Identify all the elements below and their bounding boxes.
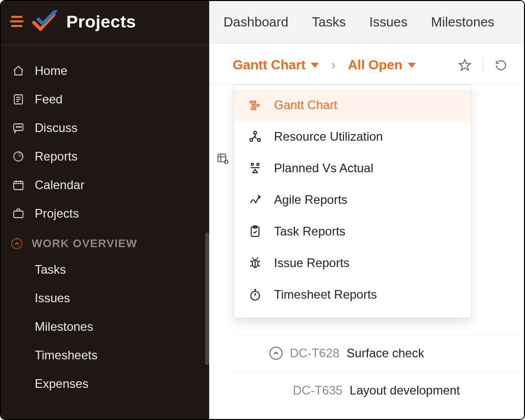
sidebar-item-calendar[interactable]: Calendar: [1, 171, 209, 199]
sidebar-item-home[interactable]: Home: [1, 57, 209, 85]
toolbar-divider: [483, 58, 483, 72]
sidebar-item-projects[interactable]: Projects: [1, 199, 209, 228]
app-title: Projects: [66, 12, 136, 32]
svg-rect-20: [253, 104, 259, 106]
menu-item-label: Gantt Chart: [274, 98, 337, 112]
task-row[interactable]: DC-T628 Surface check: [234, 334, 524, 372]
sidebar: Projects Home Feed Discuss Reports: [1, 1, 209, 419]
menu-item-label: Planned Vs Actual: [274, 161, 373, 175]
svg-rect-21: [251, 108, 256, 109]
reports-icon: [11, 149, 26, 164]
menu-item-label: Issue Reports: [274, 256, 349, 270]
svg-point-23: [250, 139, 253, 141]
task-code: DC-T628: [290, 346, 339, 360]
menu-item-agile-reports[interactable]: Agile Reports: [234, 184, 471, 216]
refresh-button[interactable]: [493, 58, 509, 73]
menu-item-gantt-chart[interactable]: Gantt Chart: [234, 89, 471, 121]
sidebar-item-discuss[interactable]: Discuss: [1, 114, 209, 142]
sidebar-item-label: Projects: [35, 206, 79, 221]
sidebar-item-label: Discuss: [35, 121, 78, 135]
briefcase-icon: [11, 206, 26, 221]
task-icon: [247, 224, 263, 239]
task-title: Layout development: [349, 383, 460, 398]
feed-icon: [11, 92, 26, 107]
sidebar-sub-timesheets[interactable]: Timesheets: [1, 341, 209, 370]
task-row[interactable]: DC-T635 Layout development: [234, 372, 524, 409]
sidebar-section-work-overview[interactable]: WORK OVERVIEW: [1, 228, 209, 255]
discuss-icon: [11, 121, 26, 135]
svg-point-25: [251, 163, 253, 165]
sidebar-item-reports[interactable]: Reports: [1, 142, 209, 171]
menu-item-label: Task Reports: [274, 224, 345, 239]
task-rows: DC-T628 Surface check DC-T635 Layout dev…: [234, 334, 524, 409]
svg-point-26: [257, 163, 259, 165]
menu-item-label: Agile Reports: [274, 193, 347, 207]
sidebar-header: Projects: [1, 1, 209, 45]
gantt-icon: [247, 97, 263, 113]
sidebar-scrollbar[interactable]: [205, 232, 209, 365]
menu-item-issue-reports[interactable]: Issue Reports: [234, 247, 471, 279]
menu-item-timesheet-reports[interactable]: Timesheet Reports: [234, 279, 471, 310]
sidebar-sub-tasks[interactable]: Tasks: [1, 255, 209, 284]
sidebar-sub-milestones[interactable]: Milestones: [1, 312, 209, 341]
view-dropdown-label: Gantt Chart: [233, 57, 306, 73]
sidebar-nav: Home Feed Discuss Reports Calendar: [1, 45, 209, 398]
view-dropdown[interactable]: Gantt Chart: [233, 57, 319, 73]
sidebar-item-label: Feed: [35, 92, 63, 107]
favorite-button[interactable]: [457, 58, 472, 73]
caret-down-icon: [311, 63, 319, 68]
tab-milestones[interactable]: Milestones: [431, 14, 494, 30]
task-code: DC-T635: [293, 383, 342, 398]
svg-marker-14: [459, 60, 470, 70]
home-icon: [11, 64, 26, 78]
menu-item-resource-utilization[interactable]: Resource Utilization: [234, 121, 471, 152]
collapse-icon: [11, 238, 22, 249]
svg-rect-9: [14, 181, 23, 190]
sidebar-section-label: WORK OVERVIEW: [32, 237, 137, 250]
sidebar-item-label: Home: [35, 64, 67, 78]
collapse-icon[interactable]: [269, 347, 283, 360]
view-dropdown-menu: Gantt Chart Resource Utilization Planned…: [234, 85, 471, 318]
resource-icon: [247, 129, 263, 144]
sidebar-sub-issues[interactable]: Issues: [1, 284, 209, 312]
chevron-right-icon: ›: [326, 57, 341, 73]
svg-point-6: [18, 126, 19, 127]
calendar-icon: [11, 178, 26, 192]
column-settings-button[interactable]: [216, 152, 230, 167]
menu-item-label: Resource Utilization: [274, 129, 383, 144]
balance-icon: [247, 161, 263, 176]
sidebar-item-feed[interactable]: Feed: [1, 85, 209, 114]
agile-icon: [247, 192, 263, 207]
svg-rect-13: [14, 211, 23, 218]
app-logo-icon: [31, 10, 59, 33]
menu-item-planned-vs-actual[interactable]: Planned Vs Actual: [234, 152, 471, 184]
svg-point-24: [258, 139, 260, 141]
toolbar: Gantt Chart › All Open: [209, 44, 524, 85]
sidebar-item-label: Reports: [35, 149, 78, 164]
menu-item-task-reports[interactable]: Task Reports: [234, 216, 471, 247]
topbar: Dashboard Tasks Issues Milestones: [209, 1, 524, 44]
tab-dashboard[interactable]: Dashboard: [223, 14, 288, 30]
sidebar-sub-expenses[interactable]: Expenses: [1, 370, 209, 398]
svg-rect-19: [250, 101, 256, 102]
filter-dropdown[interactable]: All Open: [348, 57, 416, 73]
bug-icon: [247, 255, 263, 271]
sidebar-item-label: Calendar: [35, 178, 84, 192]
menu-item-label: Timesheet Reports: [274, 287, 377, 302]
content: Gantt Chart Resource Utilization Planned…: [209, 85, 524, 419]
task-title: Surface check: [346, 346, 424, 360]
filter-dropdown-label: All Open: [348, 57, 403, 73]
svg-marker-28: [253, 169, 258, 173]
caret-down-icon: [408, 63, 416, 68]
main: Dashboard Tasks Issues Milestones Gantt …: [209, 1, 524, 419]
stopwatch-icon: [247, 287, 263, 302]
menu-icon[interactable]: [11, 16, 23, 27]
svg-point-5: [16, 126, 17, 127]
svg-point-22: [254, 132, 256, 134]
tab-issues[interactable]: Issues: [369, 14, 408, 30]
svg-point-7: [20, 126, 21, 127]
tab-tasks[interactable]: Tasks: [312, 14, 345, 30]
